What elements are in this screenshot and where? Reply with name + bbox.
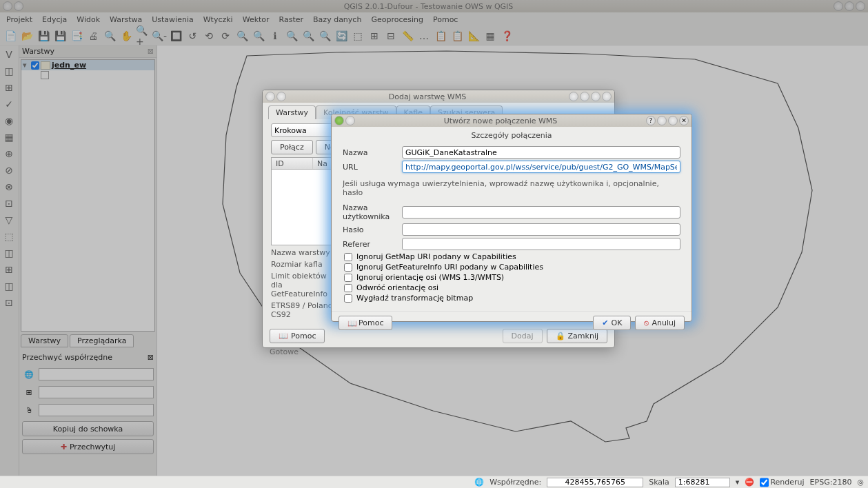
- coords-label: Współrzędne:: [489, 478, 541, 487]
- dlg1-max[interactable]: [580, 92, 589, 101]
- wms-help-button[interactable]: 📖 Pomoc: [270, 329, 325, 343]
- conn-help-button[interactable]: 📖Pomoc: [339, 316, 392, 330]
- add-wms-title: Dodaj warstwę WMS: [286, 92, 569, 101]
- stop-render-icon[interactable]: ⛔: [745, 478, 754, 487]
- pass-input[interactable]: [402, 223, 680, 236]
- coords-display[interactable]: [547, 478, 643, 487]
- layer-name-label: Nazwa warstwy: [271, 248, 340, 257]
- col-id[interactable]: ID: [272, 158, 313, 169]
- crs-status-icon[interactable]: ◎: [857, 478, 864, 487]
- render-checkbox[interactable]: [760, 478, 769, 487]
- scale-display[interactable]: [675, 478, 730, 487]
- name-input[interactable]: [402, 146, 680, 159]
- ref-label: Referer: [343, 240, 402, 249]
- wms-status: Gotowe: [263, 346, 614, 358]
- url-input[interactable]: [402, 161, 680, 173]
- dlg2-icon: [334, 116, 344, 125]
- status-bar: 🌐 Współrzędne: Skala ▾ ⛔ Renderuj EPSG:2…: [0, 476, 868, 488]
- ignore-getmap-checkbox[interactable]: [344, 253, 352, 261]
- name-label: Nazwa: [343, 148, 402, 157]
- feature-limit-label: Limit obiektów dla GetFeatureInfo: [271, 272, 340, 298]
- crs-label: ETRS89 / Poland CS92: [271, 301, 340, 319]
- dlg1-min[interactable]: [569, 92, 578, 101]
- dlg1-close[interactable]: [602, 92, 612, 101]
- auth-hint: Jeśli usługa wymaga uwierzytelnienia, wp…: [343, 175, 680, 201]
- wms-tab-layers[interactable]: Warstwy: [268, 105, 316, 119]
- scale-lock-icon[interactable]: ▾: [736, 478, 740, 487]
- invert-axis-checkbox[interactable]: [344, 284, 352, 292]
- dlg2-min[interactable]: [657, 116, 667, 125]
- new-wms-connection-dialog: Utwórz nowe połączenie WMS ? ✕ Szczegóły…: [331, 114, 692, 322]
- dlg2-close[interactable]: ✕: [679, 116, 689, 125]
- pass-label: Hasło: [343, 225, 402, 234]
- new-conn-title: Utwórz nowe połączenie WMS: [355, 116, 646, 125]
- user-label: Nazwa użytkownika: [343, 203, 402, 221]
- conn-cancel-button[interactable]: ⦸Anuluj: [635, 316, 685, 330]
- toggle-extents-icon[interactable]: 🌐: [474, 478, 484, 487]
- url-label: URL: [343, 163, 402, 172]
- ignore-axis-checkbox[interactable]: [344, 274, 352, 282]
- dlg2-help[interactable]: ?: [646, 116, 656, 125]
- ignore-getfeatureinfo-checkbox[interactable]: [344, 263, 352, 272]
- connect-button[interactable]: Połącz: [271, 140, 313, 154]
- dlg2-icon2: [345, 116, 355, 125]
- conn-ok-button[interactable]: ✔OK: [593, 316, 631, 330]
- smooth-pixmap-checkbox[interactable]: [344, 294, 352, 303]
- epsg-label[interactable]: EPSG:2180: [810, 478, 852, 487]
- dlg1-icon2: [276, 92, 286, 101]
- scale-label: Skala: [649, 478, 669, 487]
- ref-input[interactable]: [402, 238, 680, 250]
- dlg1-icon: [265, 92, 275, 101]
- dlg1-max2[interactable]: [591, 92, 600, 101]
- conn-section-title: Szczegóły połączenia: [332, 127, 692, 141]
- tile-size-label: Rozmiar kafla: [271, 260, 340, 269]
- user-input[interactable]: [402, 206, 680, 218]
- dlg2-max[interactable]: [668, 116, 678, 125]
